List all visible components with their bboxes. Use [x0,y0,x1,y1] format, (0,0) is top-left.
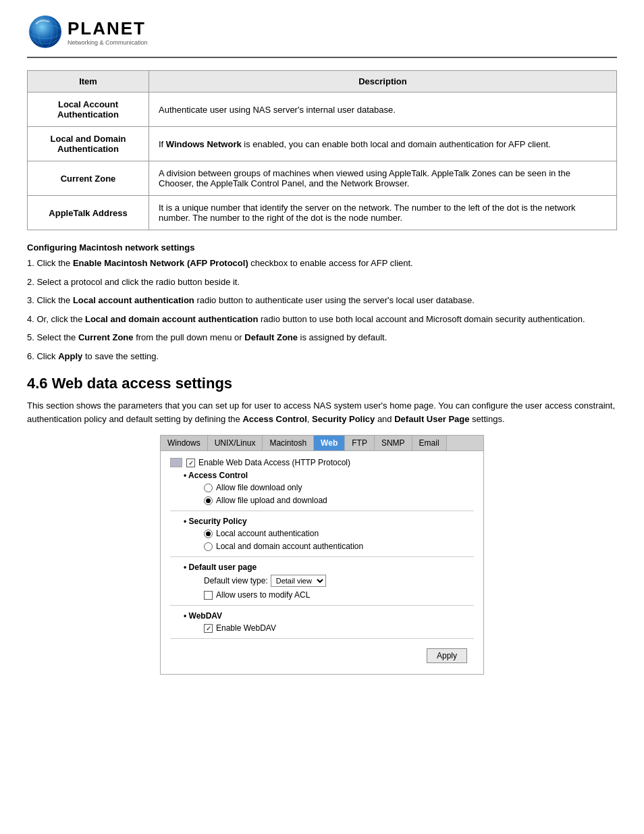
apply-btn-row: Apply [170,644,474,667]
radio-download-only-circle[interactable] [204,484,213,492]
radio-local-auth-label: Local account authentication [216,529,319,538]
row-desc: If Windows Network is enabled, you can e… [149,127,617,161]
table-row: Current Zone A division between groups o… [28,161,617,196]
step-2: 2. Select a protocol and click the radio… [27,276,617,289]
default-view-type-row: Default view type: Detail view List view [204,575,474,587]
radio-local-auth[interactable]: Local account authentication [204,529,474,538]
radio-upload-download-circle[interactable] [204,496,213,505]
enable-web-row: ✓ Enable Web Data Access (HTTP Protocol) [170,458,474,467]
step-3: 3. Click the Local account authenticatio… [27,294,617,307]
config-heading: Configuring Macintosh network settings [27,242,617,253]
web-section-title: 4.6 Web data access settings [27,375,617,392]
row-item: Local and DomainAuthentication [28,127,149,161]
webdav-label: • WebDAV [184,611,474,621]
apply-button[interactable]: Apply [427,648,467,663]
table-row: AppleTalk Address It is a unique number … [28,196,617,230]
radio-download-only[interactable]: Allow file download only [204,483,474,492]
row-item: AppleTalk Address [28,196,149,230]
web-section-intro: This section shows the parameters that y… [27,399,617,425]
step-4: 4. Or, click the Local and domain accoun… [27,313,617,326]
config-section: Configuring Macintosh network settings 1… [27,242,617,363]
row-desc: A division between groups of machines wh… [149,161,617,196]
enable-webdav-checkbox[interactable]: ✓ [204,624,213,633]
enable-webdav-row[interactable]: ✓ Enable WebDAV [204,623,474,633]
table-row: Local AccountAuthentication Authenticate… [28,93,617,127]
page-header: PLANET Networking & Communication [27,14,617,58]
tab-bar: Windows UNIX/Linux Macintosh Web FTP SNM… [161,436,483,451]
brand-name: PLANET [68,18,148,39]
divider-3 [170,605,474,606]
tab-macintosh[interactable]: Macintosh [263,436,314,450]
logo-text: PLANET Networking & Communication [68,18,148,46]
access-control-label: • Access Control [184,471,474,480]
col-item: Item [28,71,149,93]
tab-ftp[interactable]: FTP [345,436,375,450]
default-user-page-label: • Default user page [184,563,474,572]
radio-domain-auth-circle[interactable] [204,542,213,551]
panel-icon [170,458,182,467]
radio-domain-auth[interactable]: Local and domain account authentication [204,542,474,551]
enable-web-label: Enable Web Data Access (HTTP Protocol) [198,458,350,467]
step-1: 1. Click the Enable Macintosh Network (A… [27,257,617,270]
radio-domain-auth-label: Local and domain account authentication [216,542,363,551]
modify-acl-row[interactable]: Allow users to modify ACL [204,590,474,600]
logo: PLANET Networking & Communication [27,14,148,50]
info-table: Item Description Local AccountAuthentica… [27,70,617,230]
divider-4 [170,638,474,639]
brand-tagline: Networking & Communication [68,39,148,46]
divider-2 [170,556,474,557]
radio-download-only-label: Allow file download only [216,483,302,492]
row-item: Local AccountAuthentication [28,93,149,127]
tab-unix[interactable]: UNIX/Linux [208,436,263,450]
divider-1 [170,511,474,511]
web-ui-panel: Windows UNIX/Linux Macintosh Web FTP SNM… [160,435,484,675]
panel-content: ✓ Enable Web Data Access (HTTP Protocol)… [161,451,483,674]
modify-acl-checkbox[interactable] [204,591,213,600]
row-item: Current Zone [28,161,149,196]
globe-icon [27,14,63,50]
col-desc: Description [149,71,617,93]
tab-web[interactable]: Web [314,436,345,450]
step-5: 5. Select the Current Zone from the pull… [27,331,617,344]
default-view-type-select[interactable]: Detail view List view [271,575,326,587]
tab-email[interactable]: Email [412,436,447,450]
tab-windows[interactable]: Windows [161,436,208,450]
enable-webdav-label: Enable WebDAV [216,623,276,633]
row-desc: Authenticate user using NAS server's int… [149,93,617,127]
default-view-type-label: Default view type: [204,576,268,585]
enable-web-checkbox[interactable]: ✓ [186,459,195,467]
radio-upload-download[interactable]: Allow file upload and download [204,496,474,505]
row-desc: It is a unique number that identify the … [149,196,617,230]
security-policy-label: • Security Policy [184,517,474,526]
modify-acl-label: Allow users to modify ACL [216,590,310,600]
table-row: Local and DomainAuthentication If Window… [28,127,617,161]
radio-local-auth-circle[interactable] [204,529,213,538]
radio-upload-download-label: Allow file upload and download [216,496,327,505]
step-6: 6. Click Apply to save the setting. [27,350,617,363]
tab-snmp[interactable]: SNMP [375,436,412,450]
